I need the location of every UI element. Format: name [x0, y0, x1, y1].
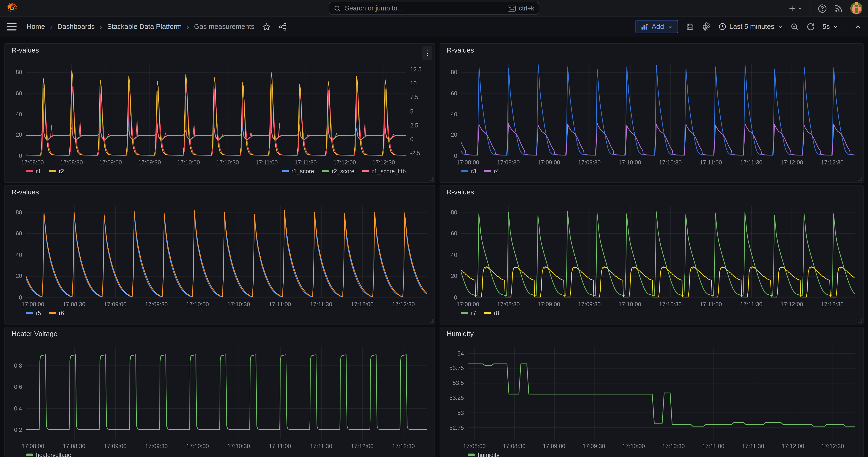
axis-tick-label: 17:12:30 [821, 301, 844, 307]
axis-tick-label: 17:09:00 [543, 443, 565, 449]
axis-tick-label: 60 [451, 230, 457, 237]
axis-tick-label: 0.8 [14, 362, 22, 369]
dashboard-grid: R-values ⋮ 020406080-2.502.557.51012.517… [4, 43, 864, 457]
axis-tick-label: 17:09:30 [145, 301, 167, 307]
axis-tick-label: 2.5 [410, 122, 418, 128]
axis-tick-label: 17:08:00 [21, 159, 44, 165]
axis-tick-label: 17:11:30 [742, 443, 764, 449]
panel-title[interactable]: R-values [440, 188, 863, 196]
legend-swatch [26, 454, 33, 456]
panel-r-values-4: R-values 02040608017:08:0017:08:3017:09:… [440, 185, 864, 325]
clock-icon [718, 23, 726, 30]
axis-tick-label: 17:12:30 [821, 443, 844, 449]
breadcrumb-home[interactable]: Home [27, 23, 45, 30]
legend-item-r3[interactable]: r3 [461, 168, 476, 175]
save-dashboard-button[interactable] [685, 22, 694, 31]
dashboard-toolbar: Home › Dashboards › Stackable Data Platf… [0, 17, 868, 36]
search-icon [334, 5, 341, 12]
axis-tick-label: 0 [19, 294, 22, 301]
zoom-out-button[interactable] [790, 22, 799, 31]
breadcrumb-current[interactable]: Gas measurements [194, 23, 254, 30]
legend-item-heatervoltage[interactable]: heatervoltage [26, 451, 71, 457]
axis-tick-label: 17:10:30 [227, 443, 250, 449]
axis-tick-label: 54 [458, 350, 464, 357]
breadcrumb-folder[interactable]: Stackable Data Platform [107, 23, 182, 30]
panel-resize-handle[interactable] [430, 177, 434, 181]
legend-item-r2_score[interactable]: r2_score [322, 168, 354, 175]
panel-title[interactable]: Heater Voltage [5, 330, 434, 338]
time-range-picker[interactable]: Last 5 minutes [718, 23, 783, 30]
legend-item-humidity[interactable]: humidity [468, 451, 499, 457]
axis-tick-label: 60 [16, 230, 22, 237]
panel-resize-handle[interactable] [858, 319, 862, 323]
panel-title[interactable]: R-values [440, 47, 863, 54]
axis-tick-label: 17:11:30 [740, 301, 762, 307]
panel-menu-button[interactable]: ⋮ [423, 46, 432, 60]
legend-item-r1_score_lttb[interactable]: r1_score_lttb [362, 168, 406, 175]
panel-r-values-3: R-values 02040608017:08:0017:08:3017:09:… [4, 185, 435, 325]
legend-item-r1_score[interactable]: r1_score [281, 168, 314, 175]
axis-tick-label: 17:11:30 [310, 443, 332, 449]
legend-item-r6[interactable]: r6 [49, 309, 64, 316]
dashboard-settings-button[interactable] [702, 22, 710, 31]
axis-tick-label: 17:10:30 [659, 159, 682, 165]
axis-tick-label: 0.2 [14, 426, 22, 433]
legend-item-r8[interactable]: r8 [484, 309, 499, 316]
axis-tick-label: 17:10:30 [216, 159, 239, 165]
axis-tick-label: 17:11:00 [702, 443, 724, 449]
axis-tick-label: 17:09:00 [104, 301, 126, 307]
panel-title[interactable]: R-values [5, 47, 434, 54]
axis-tick-label: 80 [451, 69, 457, 75]
axis-tick-label: 17:11:00 [255, 159, 278, 165]
news-button[interactable] [834, 4, 843, 13]
menu-toggle-button[interactable] [7, 23, 17, 30]
favorite-star-button[interactable] [262, 22, 271, 31]
new-menu-button[interactable] [788, 4, 803, 12]
star-icon [262, 22, 271, 31]
grafana-logo[interactable] [7, 2, 19, 14]
axis-tick-label: 17:11:00 [700, 301, 722, 307]
share-icon [278, 22, 287, 31]
legend-swatch [362, 170, 369, 172]
legend-item-r4[interactable]: r4 [484, 168, 499, 175]
axis-tick-label: 0 [454, 152, 457, 159]
panel-r-values-1: R-values ⋮ 020406080-2.502.557.51012.517… [4, 43, 435, 183]
legend-item-r7[interactable]: r7 [461, 309, 476, 316]
refresh-button[interactable] [806, 22, 815, 31]
chevron-down-icon [778, 24, 782, 29]
legend-item-r1[interactable]: r1 [26, 168, 41, 175]
avatar[interactable] [850, 2, 862, 14]
help-button[interactable] [817, 3, 827, 13]
breadcrumb-dashboards[interactable]: Dashboards [57, 23, 95, 30]
refresh-interval-picker[interactable]: 5s [823, 23, 838, 30]
axis-tick-label: 20 [451, 131, 457, 138]
search-input[interactable]: Search or jump to... ctrl+k [329, 2, 539, 15]
legend-swatch [49, 312, 56, 314]
panel-resize-handle[interactable] [430, 319, 434, 323]
breadcrumb: Home › Dashboards › Stackable Data Platf… [27, 22, 254, 31]
panel-resize-handle[interactable] [858, 177, 862, 181]
panel-title[interactable]: Humidity [440, 330, 863, 338]
legend-item-r2[interactable]: r2 [49, 168, 64, 175]
axis-tick-label: 17:09:30 [578, 301, 601, 307]
panel-humidity: Humidity 52.755353.2553.553.755417:08:00… [440, 327, 864, 457]
time-series-plot[interactable] [440, 327, 863, 457]
time-series-plot[interactable] [5, 327, 434, 457]
legend-item-r5[interactable]: r5 [26, 309, 41, 316]
axis-tick-label: 40 [451, 251, 457, 258]
axis-tick-label: 0 [410, 135, 413, 142]
axis-tick-label: 17:09:30 [578, 159, 601, 165]
axis-tick-label: 17:09:30 [145, 443, 167, 449]
axis-tick-label: 17:09:30 [138, 159, 161, 165]
collapse-toolbar-button[interactable] [854, 23, 861, 30]
legend-swatch [322, 170, 329, 172]
axis-tick-label: 0 [19, 152, 22, 159]
add-button[interactable]: Add [636, 20, 678, 33]
panel-title[interactable]: R-values [5, 188, 434, 196]
share-button[interactable] [278, 22, 287, 31]
axis-tick-label: 17:09:00 [537, 159, 560, 165]
axis-tick-label: 17:10:30 [227, 301, 250, 307]
axis-tick-label: 20 [16, 273, 22, 279]
add-panel-icon [641, 23, 648, 30]
axis-tick-label: 5 [410, 108, 413, 115]
